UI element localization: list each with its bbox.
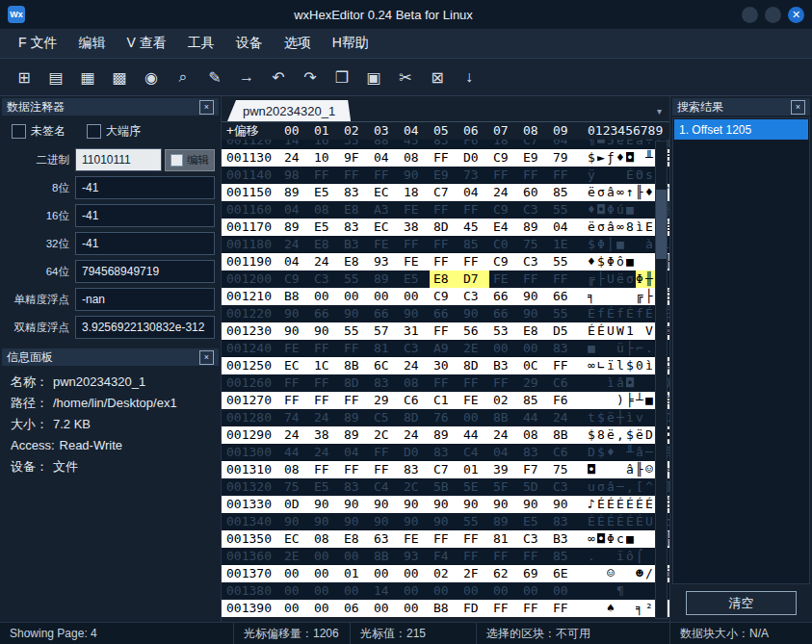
hex-byte[interactable]: FF bbox=[489, 374, 519, 392]
hex-byte[interactable]: FF bbox=[549, 270, 579, 288]
hex-byte[interactable]: FF bbox=[519, 548, 549, 565]
hex-byte[interactable]: 63 bbox=[370, 530, 400, 548]
hex-byte[interactable]: 90 bbox=[280, 305, 310, 322]
menu-file[interactable]: F 文件 bbox=[8, 31, 67, 56]
hex-byte[interactable]: 62 bbox=[489, 565, 519, 582]
hex-byte[interactable]: 90 bbox=[310, 513, 340, 530]
hex-byte[interactable]: 93 bbox=[370, 253, 400, 270]
hex-byte[interactable]: FF bbox=[400, 236, 430, 253]
hex-byte[interactable]: E8 bbox=[340, 253, 370, 270]
hex-byte[interactable]: FF bbox=[310, 167, 340, 184]
hex-byte[interactable]: 83 bbox=[430, 444, 459, 461]
hex-byte[interactable]: 00 bbox=[340, 288, 370, 305]
hex-byte[interactable]: 04 bbox=[549, 140, 579, 149]
hex-byte[interactable]: 8D bbox=[430, 219, 459, 236]
hex-byte[interactable]: 83 bbox=[430, 140, 459, 149]
hex-byte[interactable]: FE bbox=[489, 270, 519, 288]
hex-byte[interactable]: 24 bbox=[549, 409, 579, 426]
hex-byte[interactable]: 08 bbox=[400, 149, 430, 167]
hex-byte[interactable]: 83 bbox=[340, 219, 370, 236]
hex-byte[interactable]: C9 bbox=[489, 201, 519, 219]
menu-tools[interactable]: 工具 bbox=[177, 31, 225, 56]
tab-pwn20234320_1[interactable]: pwn20234320_1 bbox=[227, 100, 351, 121]
hex-byte[interactable]: 00 bbox=[519, 340, 549, 357]
hex-byte[interactable]: 90 bbox=[280, 322, 310, 340]
hex-byte[interactable]: E5 bbox=[310, 219, 340, 236]
hex-byte[interactable]: 85 bbox=[459, 236, 489, 253]
hex-byte[interactable]: C6 bbox=[549, 444, 579, 461]
hex-byte[interactable]: 24 bbox=[280, 236, 310, 253]
hex-byte[interactable]: FF bbox=[489, 548, 519, 565]
search-button[interactable]: ⌕ bbox=[170, 64, 196, 90]
hex-byte[interactable]: 90 bbox=[340, 305, 370, 322]
hex-byte[interactable]: 2C bbox=[370, 426, 400, 444]
hex-byte[interactable]: E8 bbox=[310, 236, 340, 253]
hex-byte[interactable]: 60 bbox=[519, 184, 549, 201]
replace-button[interactable]: ✎ bbox=[202, 64, 227, 90]
big-endian-checkbox[interactable]: 大端序 bbox=[87, 123, 141, 140]
hex-byte[interactable]: 24 bbox=[400, 357, 430, 374]
hex-byte[interactable]: FF bbox=[430, 322, 459, 340]
hex-byte[interactable]: E5 bbox=[310, 478, 340, 496]
hex-byte[interactable]: 04 bbox=[340, 444, 370, 461]
double-input[interactable]: 3.9256922130832e-312 bbox=[75, 316, 215, 339]
hex-byte[interactable]: EC bbox=[370, 184, 400, 201]
hex-byte[interactable]: 55 bbox=[340, 270, 370, 288]
hex-byte[interactable]: E8 bbox=[519, 322, 549, 340]
hex-byte[interactable]: 00 bbox=[519, 582, 549, 600]
hex-byte[interactable]: 89 bbox=[519, 219, 549, 236]
hex-byte[interactable]: 00 bbox=[340, 548, 370, 565]
redo-button[interactable]: ↷ bbox=[298, 64, 323, 90]
hex-byte[interactable]: 44 bbox=[459, 426, 489, 444]
hex-byte[interactable]: 8D bbox=[459, 357, 489, 374]
hex-byte[interactable]: 8D bbox=[400, 409, 430, 426]
edit-toggle[interactable]: 编辑 bbox=[165, 149, 215, 171]
hex-byte[interactable]: 81 bbox=[370, 340, 400, 357]
hex-byte[interactable]: 2E bbox=[280, 548, 310, 565]
hex-byte[interactable]: 0D bbox=[280, 496, 310, 513]
hex-byte[interactable]: C3 bbox=[459, 288, 489, 305]
cut-button[interactable]: ✂ bbox=[393, 64, 418, 90]
hex-byte[interactable]: 00 bbox=[310, 548, 340, 565]
hex-byte[interactable]: 89 bbox=[370, 270, 400, 288]
hex-byte[interactable]: 00 bbox=[310, 600, 340, 617]
hex-byte[interactable]: C4 bbox=[370, 478, 400, 496]
hex-byte[interactable]: 93 bbox=[400, 548, 430, 565]
hex-byte[interactable]: E8 bbox=[340, 201, 370, 219]
maximize-button[interactable] bbox=[765, 7, 781, 23]
hex-byte[interactable]: FF bbox=[519, 167, 549, 184]
hex-byte[interactable]: 04 bbox=[280, 253, 310, 270]
edit-checkbox[interactable] bbox=[170, 154, 183, 167]
binary-input[interactable]: 11010111 bbox=[75, 148, 162, 171]
hex-byte[interactable]: FE bbox=[400, 530, 430, 548]
close-panel-icon[interactable]: × bbox=[199, 100, 214, 115]
hex-byte[interactable]: 02 bbox=[489, 392, 519, 409]
open-file-button[interactable]: ▤ bbox=[43, 64, 68, 90]
hex-byte[interactable]: 75 bbox=[280, 478, 310, 496]
int64-input[interactable]: 794568949719 bbox=[75, 260, 215, 283]
close-panel-icon[interactable]: × bbox=[791, 100, 805, 115]
hex-byte[interactable]: FE bbox=[400, 201, 430, 219]
hex-byte[interactable]: 00 bbox=[400, 565, 430, 582]
hex-byte[interactable]: FF bbox=[549, 167, 579, 184]
hex-byte[interactable]: FF bbox=[310, 340, 340, 357]
hex-byte[interactable]: 00 bbox=[400, 288, 430, 305]
hex-byte[interactable]: 88 bbox=[370, 140, 400, 149]
hex-byte[interactable]: 90 bbox=[519, 305, 549, 322]
hex-byte[interactable]: 83 bbox=[370, 374, 400, 392]
hex-byte[interactable]: 75 bbox=[549, 461, 579, 478]
hex-byte[interactable]: 00 bbox=[489, 340, 519, 357]
hex-byte[interactable]: 29 bbox=[370, 392, 400, 409]
int32-input[interactable]: -41 bbox=[75, 232, 215, 255]
hex-byte[interactable]: 83 bbox=[400, 461, 430, 478]
int16-input[interactable]: -41 bbox=[75, 204, 215, 227]
hex-byte[interactable]: 90 bbox=[519, 496, 549, 513]
hex-byte[interactable]: FF bbox=[549, 600, 579, 617]
hex-byte[interactable]: 85 bbox=[549, 548, 579, 565]
hex-byte[interactable]: 31 bbox=[400, 322, 430, 340]
hex-byte[interactable]: FF bbox=[459, 253, 489, 270]
hex-byte[interactable]: F7 bbox=[519, 461, 549, 478]
hex-byte[interactable]: FF bbox=[549, 357, 579, 374]
hex-byte[interactable]: C3 bbox=[519, 530, 549, 548]
hex-byte[interactable]: 08 bbox=[280, 461, 310, 478]
